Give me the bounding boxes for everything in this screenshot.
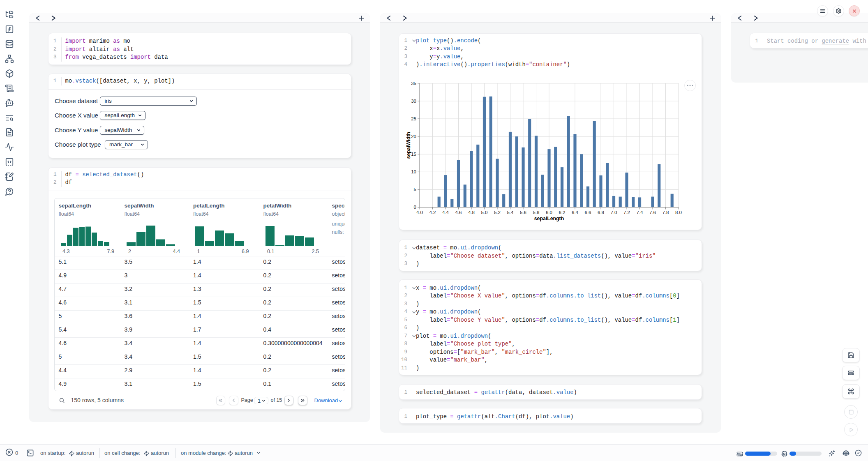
svg-text:4.4: 4.4 [442, 210, 449, 215]
svg-text:6.0: 6.0 [546, 210, 552, 215]
svg-text:7.4: 7.4 [637, 210, 644, 215]
svg-text:5.0: 5.0 [481, 210, 488, 215]
svg-text:4.0: 4.0 [416, 210, 423, 215]
svg-text:4.6: 4.6 [455, 210, 462, 215]
svg-text:6.4: 6.4 [572, 210, 579, 215]
svg-text:8.0: 8.0 [675, 210, 682, 215]
svg-text:5.4: 5.4 [507, 210, 514, 215]
svg-text:5: 5 [414, 187, 416, 192]
svg-text:25: 25 [411, 116, 416, 121]
svg-text:5.2: 5.2 [494, 210, 501, 215]
svg-text:6.2: 6.2 [559, 210, 566, 215]
svg-text:7.8: 7.8 [663, 210, 669, 215]
svg-text:4.2: 4.2 [429, 210, 436, 215]
svg-text:sepalWidth: sepalWidth [406, 132, 411, 159]
svg-text:5.8: 5.8 [533, 210, 540, 215]
svg-text:4.8: 4.8 [468, 210, 475, 215]
svg-text:6.6: 6.6 [585, 210, 591, 215]
svg-text:6.8: 6.8 [598, 210, 604, 215]
svg-text:7.6: 7.6 [649, 210, 656, 215]
svg-text:7.2: 7.2 [623, 210, 630, 215]
svg-text:10: 10 [411, 169, 416, 174]
svg-text:35: 35 [411, 81, 416, 86]
svg-text:15: 15 [411, 152, 416, 157]
svg-text:sepalLength: sepalLength [534, 216, 564, 221]
svg-text:30: 30 [411, 99, 416, 104]
svg-text:7.0: 7.0 [611, 210, 617, 215]
svg-text:0: 0 [414, 205, 416, 210]
svg-text:5.6: 5.6 [520, 210, 526, 215]
svg-text:20: 20 [411, 134, 416, 139]
